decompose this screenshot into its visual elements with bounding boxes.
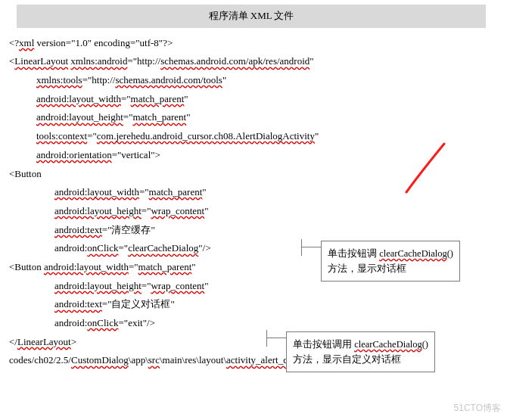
code-line: tools:context="com.jerehedu.android_curs… — [9, 127, 498, 146]
code-line: android:text="清空缓存" — [9, 221, 498, 240]
callout-connector — [301, 247, 321, 247]
callout-connector — [266, 338, 286, 338]
code-line: android:layout_height="wrap_content" — [9, 202, 498, 221]
callout-connector — [301, 239, 302, 256]
code-line: android:layout_width="match_parent" — [9, 90, 498, 109]
callout-text: 单击按钮调 — [328, 248, 379, 259]
callout-method-name: clearCacheDialog — [379, 248, 447, 259]
code-block: <?xml version="1.0" encoding="utf-8"?> <… — [0, 34, 507, 370]
watermark-text: 51CTO博客 — [454, 400, 501, 417]
title-bar: 程序清单 XML 文件 — [17, 5, 486, 28]
callout-text: 单击按钮调用 — [293, 339, 354, 350]
code-line: android:layout_width="match_parent" — [9, 183, 498, 202]
code-line: android:layout_height="match_parent" — [9, 108, 498, 127]
callout-box-1: 单击按钮调 clearCacheDialog() 方法，显示对话框 — [321, 241, 460, 282]
code-line: android:orientation="vertical"> — [9, 146, 498, 165]
code-line: xmlns:tools="http://schemas.android.com/… — [9, 71, 498, 90]
code-line: <?xml version="1.0" encoding="utf-8"?> — [9, 34, 498, 53]
title-text: 程序清单 XML 文件 — [209, 10, 294, 21]
code-line: android:text="自定义对话框" — [9, 295, 498, 314]
callout-text: 方法，显示自定义对话框 — [293, 354, 401, 365]
code-line: android:onClick="exit"/> — [9, 314, 498, 333]
callout-text: 方法，显示对话框 — [328, 263, 406, 274]
callout-connector — [266, 330, 267, 347]
code-line: <Button — [9, 165, 498, 184]
callout-method-name: clearCacheDialog — [354, 339, 422, 350]
callout-box-2: 单击按钮调用 clearCacheDialog() 方法，显示自定义对话框 — [286, 331, 435, 372]
code-line: <LinearLayout xmlns:android="http://sche… — [9, 52, 498, 71]
